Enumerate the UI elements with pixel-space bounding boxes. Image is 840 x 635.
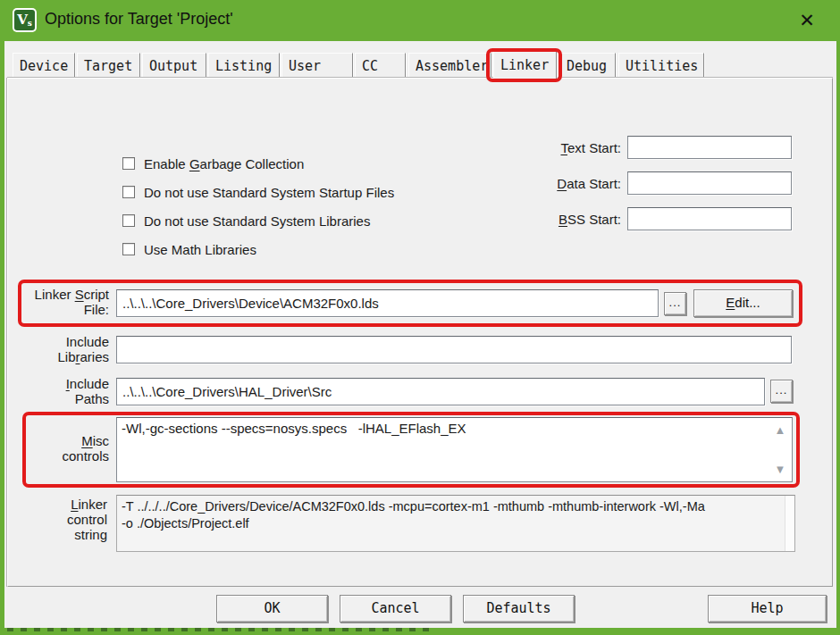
linker-control-string-label: Linker control string bbox=[20, 497, 107, 542]
misc-controls-input[interactable]: -Wl,-gc-sections --specs=nosys.specs -lH… bbox=[116, 417, 793, 482]
tab-output[interactable]: Output bbox=[142, 53, 206, 79]
close-icon[interactable]: ✕ bbox=[794, 7, 820, 34]
linker-script-file-label: Linker Script File: bbox=[21, 287, 109, 317]
tab-utilities[interactable]: Utilities bbox=[618, 53, 704, 79]
checkbox-box[interactable] bbox=[122, 214, 135, 227]
data-start-label: Data Start: bbox=[500, 176, 621, 191]
include-paths-input[interactable] bbox=[116, 378, 765, 405]
title-bar: Vs Options for Target 'Project' ✕ bbox=[0, 0, 840, 41]
include-libraries-label: Include Libraries bbox=[21, 334, 109, 364]
checkbox-label: Do not use Standard System Libraries bbox=[144, 213, 370, 229]
data-start-input[interactable] bbox=[627, 171, 792, 195]
include-paths-label: Include Paths bbox=[21, 376, 109, 406]
linker-script-file-input[interactable] bbox=[116, 289, 659, 317]
text-start-label: Text Start: bbox=[500, 140, 621, 155]
misc-controls-label: Misc controls bbox=[21, 433, 109, 464]
linker-control-string-scrollbar[interactable] bbox=[785, 496, 794, 551]
window-title: Options for Target 'Project' bbox=[45, 10, 233, 29]
scroll-up-icon[interactable]: ▲ bbox=[772, 423, 788, 437]
checkbox-label: Enable Garbage Collection bbox=[144, 156, 304, 171]
tab-target[interactable]: Target bbox=[77, 53, 140, 79]
checkbox-box[interactable] bbox=[122, 243, 135, 255]
include-paths-browse-button[interactable]: ... bbox=[770, 380, 793, 403]
tab-linker[interactable]: Linker bbox=[493, 50, 557, 80]
uvision-app-icon: Vs bbox=[13, 8, 37, 32]
checkbox-label: Use Math Libraries bbox=[144, 242, 256, 257]
misc-controls-value: -Wl,-gc-sections --specs=nosys.specs -lH… bbox=[122, 421, 765, 436]
misc-controls-scroll: ▲ ▼ bbox=[769, 418, 792, 481]
include-libraries-input[interactable] bbox=[116, 336, 792, 363]
tab-user[interactable]: User bbox=[281, 53, 353, 79]
scroll-down-icon[interactable]: ▼ bbox=[772, 463, 788, 476]
tab-cc[interactable]: CC bbox=[355, 53, 406, 79]
checkbox-box[interactable] bbox=[122, 186, 135, 198]
defaults-button[interactable]: Defaults bbox=[463, 595, 575, 622]
linker-script-edit-button[interactable]: Edit... bbox=[693, 289, 793, 317]
linker-script-browse-button[interactable]: ... bbox=[664, 292, 686, 315]
linker-control-string-box: -T ../../../Core_Drivers/Device/ACM32F0x… bbox=[116, 495, 795, 552]
text-start-input[interactable] bbox=[627, 136, 792, 159]
options-dialog-window: Vs Options for Target 'Project' ✕ Device… bbox=[0, 0, 840, 635]
ok-button[interactable]: OK bbox=[216, 595, 328, 622]
help-button[interactable]: Help bbox=[708, 595, 827, 622]
bss-start-label: BSS Start: bbox=[500, 212, 621, 227]
checkbox-label: Do not use Standard System Startup Files bbox=[144, 185, 394, 200]
tab-debug[interactable]: Debug bbox=[559, 53, 616, 79]
bss-start-input[interactable] bbox=[627, 207, 792, 230]
background-window-artifact bbox=[7, 628, 436, 631]
cancel-button[interactable]: Cancel bbox=[340, 595, 451, 622]
checkbox-box[interactable] bbox=[122, 157, 135, 170]
tab-device[interactable]: Device bbox=[13, 53, 75, 79]
tab-assembler[interactable]: Assembler bbox=[408, 53, 491, 79]
linker-control-string-value: -T ../../../Core_Drivers/Device/ACM32F0x… bbox=[122, 498, 782, 532]
tab-listing[interactable]: Listing bbox=[208, 53, 280, 79]
